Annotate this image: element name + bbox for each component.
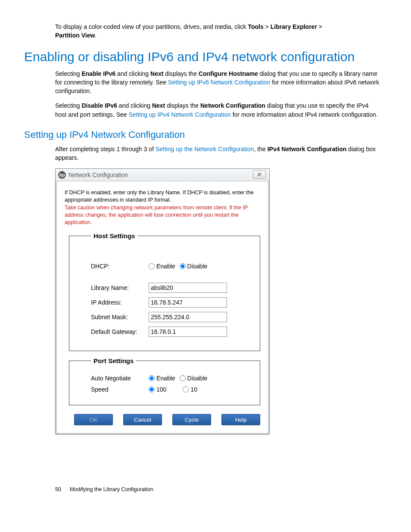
- cycle-button[interactable]: Cycle: [172, 414, 211, 425]
- paragraph-enable-ipv6: Selecting Enable IPv6 and clicking Next …: [55, 69, 381, 96]
- section-heading: Enabling or disabling IPv6 and IPv4 netw…: [24, 50, 381, 64]
- library-name-input[interactable]: [149, 283, 227, 293]
- paragraph-after-steps: After completing steps 1 through 3 of Se…: [55, 145, 381, 162]
- dhcp-disable-radio[interactable]: Disable: [180, 263, 208, 270]
- ipv4-config-link[interactable]: Setting up IPv4 Network Configuration: [128, 111, 230, 118]
- chapter-name: Modifying the Library Configuration: [70, 486, 153, 492]
- dhcp-label: DHCP:: [91, 263, 149, 270]
- separator-icon: >: [264, 23, 271, 30]
- speed-label: Speed: [91, 386, 149, 393]
- library-explorer-menu: Library Explorer: [271, 23, 317, 30]
- intro-paragraph: To display a color-coded view of your pa…: [55, 22, 381, 40]
- port-settings-legend: Port Settings: [91, 357, 136, 364]
- default-gateway-input[interactable]: [149, 327, 227, 337]
- ipv6-config-link[interactable]: Setting up IPv6 Network Configuration: [168, 79, 270, 86]
- port-settings-group: Port Settings Auto Negotiate Enable Disa…: [69, 357, 260, 405]
- ip-address-label: IP Address:: [91, 299, 149, 306]
- separator-icon: >: [317, 23, 322, 30]
- network-config-link[interactable]: Setting up the Network Configuration: [156, 146, 254, 152]
- network-config-dialog: hp Network Configuration If DHCP is enab…: [55, 168, 270, 435]
- ip-address-input[interactable]: [149, 297, 227, 308]
- page-number: 50: [55, 486, 61, 492]
- host-settings-group: Host Settings DHCP: Enable Disable Libra…: [69, 232, 260, 351]
- dialog-title: Network Configuration: [68, 171, 128, 178]
- intro-text: To display a color-coded view of your pa…: [55, 23, 248, 30]
- paragraph-disable-ipv6: Selecting Disable IPv6 and clicking Next…: [55, 101, 381, 119]
- period: .: [95, 32, 97, 39]
- close-icon[interactable]: [253, 170, 266, 179]
- auto-disable-radio[interactable]: Disable: [180, 375, 208, 382]
- speed-10-radio[interactable]: 10: [183, 386, 197, 393]
- subnet-mask-label: Subnet Mask:: [91, 314, 149, 320]
- speed-100-radio[interactable]: 100: [149, 386, 166, 393]
- page-footer: 50 Modifying the Library Configuration: [55, 486, 381, 492]
- subnet-mask-input[interactable]: [149, 312, 227, 322]
- library-name-label: Library Name:: [91, 284, 149, 291]
- auto-enable-radio[interactable]: Enable: [149, 375, 175, 382]
- dialog-instructions: If DHCP is enabled, enter only the Libra…: [65, 189, 260, 204]
- host-settings-legend: Host Settings: [91, 232, 138, 240]
- dhcp-enable-radio[interactable]: Enable: [149, 263, 175, 270]
- hp-logo-icon: hp: [58, 171, 66, 179]
- default-gateway-label: Default Gateway:: [91, 328, 149, 335]
- subsection-heading: Setting up IPv4 Network Configuration: [24, 129, 381, 140]
- tools-menu: Tools: [248, 23, 263, 30]
- auto-negotiate-label: Auto Negotiate: [91, 375, 149, 382]
- ok-button[interactable]: OK: [74, 414, 113, 425]
- help-button[interactable]: Help: [221, 414, 260, 425]
- partition-view-menu: Partition View: [55, 32, 95, 39]
- dialog-warning: Take caution when changing network param…: [65, 204, 260, 226]
- dialog-titlebar[interactable]: hp Network Configuration: [56, 169, 269, 181]
- cancel-button[interactable]: Cancel: [123, 414, 162, 425]
